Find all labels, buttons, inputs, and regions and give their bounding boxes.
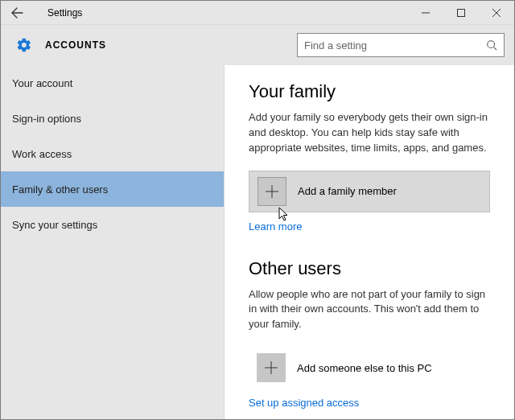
sidebar-item-your-account[interactable]: Your account [1,65,224,101]
add-family-member-button[interactable]: Add a family member [249,171,490,212]
minimize-button[interactable] [408,1,443,24]
add-other-label: Add someone else to this PC [297,362,432,374]
close-button[interactable] [479,1,514,24]
section-header-title: ACCOUNTS [45,39,106,51]
sidebar-item-label: Family & other users [12,183,108,196]
assigned-access-link[interactable]: Set up assigned access [249,397,359,409]
sidebar-item-label: Work access [12,148,72,160]
svg-point-1 [488,41,495,48]
titlebar: Settings [1,1,514,25]
sidebar-item-label: Your account [12,77,72,89]
back-arrow-icon [10,6,23,19]
sidebar: Your account Sign-in options Work access… [1,65,225,419]
minimize-icon [422,9,430,17]
svg-rect-0 [458,9,465,16]
family-title: Your family [249,81,490,102]
family-description: Add your family so everybody gets their … [249,110,490,156]
window-controls [408,1,514,24]
sidebar-item-work-access[interactable]: Work access [1,136,224,171]
sidebar-item-family-other-users[interactable]: Family & other users [1,171,224,207]
search-input[interactable] [304,39,486,51]
add-family-label: Add a family member [298,185,397,197]
learn-more-link[interactable]: Learn more [249,220,302,233]
main-panel[interactable]: Your family Add your family so everybody… [225,65,514,419]
sidebar-item-sync-settings[interactable]: Sync your settings [1,207,224,242]
content-body: Your account Sign-in options Work access… [1,65,514,419]
other-users-title: Other users [249,258,490,279]
close-icon [492,9,501,17]
sidebar-item-label: Sign-in options [12,113,81,125]
maximize-icon [457,9,465,17]
plus-icon [257,353,286,382]
search-icon [486,39,497,51]
settings-gear-icon [15,36,33,54]
maximize-button[interactable] [443,1,479,24]
back-button[interactable] [7,3,27,23]
window-title: Settings [47,7,82,19]
search-box[interactable] [297,33,505,57]
header-bar: ACCOUNTS [1,25,514,65]
other-users-description: Allow people who are not part of your fa… [249,287,490,333]
add-other-user-button[interactable]: Add someone else to this PC [249,347,490,389]
settings-window: Settings ACCOUNTS Your account Sign-in [0,0,515,420]
sidebar-item-label: Sync your settings [12,219,97,231]
plus-icon [258,177,286,206]
sidebar-item-signin-options[interactable]: Sign-in options [1,101,224,136]
